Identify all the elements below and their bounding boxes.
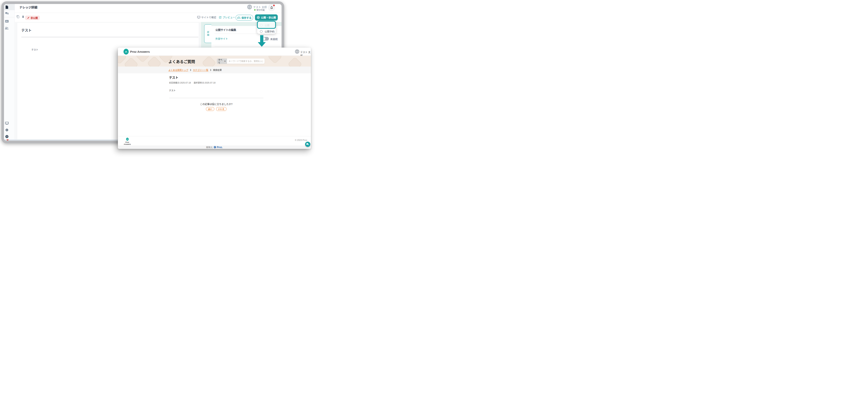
copyright: © 2023 Proz.	[295, 139, 308, 141]
external-site-status: 未接続	[270, 37, 278, 41]
footer-brand[interactable]: Proz Answers	[122, 138, 133, 145]
sidebar-item-users[interactable]	[5, 26, 9, 30]
tab-detail-label: 詳細	[207, 31, 210, 37]
status-dot	[254, 9, 255, 10]
copy-icon	[17, 15, 20, 19]
document-icon	[5, 5, 8, 9]
developer-label: 開発元:	[206, 146, 213, 149]
preview-avatar[interactable]: テテ	[295, 50, 299, 54]
status-badge-label: 非公開	[31, 16, 38, 20]
preview-label: プレビュー	[223, 15, 235, 19]
status-label: 受付可能	[256, 8, 265, 11]
chat-widget-button[interactable]	[305, 142, 310, 147]
breadcrumb-category-list[interactable]: カテゴリー一覧	[193, 68, 209, 71]
feedback-yes-button[interactable]: はい	[206, 107, 214, 111]
keyboard-key-decoration	[124, 57, 138, 67]
gear-icon	[5, 128, 8, 132]
article-title: テスト	[169, 75, 179, 79]
feedback-buttons: はい いいえ	[169, 107, 264, 111]
search-filter-value: すべて	[218, 59, 224, 64]
pencil-icon	[27, 17, 30, 19]
developer-band: 開発元: P Proz.	[118, 146, 311, 149]
publish-option-scheduled[interactable]: 公開予約	[260, 30, 275, 33]
breadcrumb: よくある質問トップ ❯ カテゴリー一覧 ❯ 検索結果	[118, 67, 311, 73]
side-panel-heading: 公開サイトの編集	[215, 28, 236, 32]
status-badge: 非公開	[25, 15, 40, 20]
search-filter-select[interactable]: すべて ▼	[217, 59, 227, 64]
user-status: 受付可能	[254, 8, 265, 11]
hero-title: よくあるご質問	[168, 59, 195, 64]
external-link-icon	[219, 16, 222, 19]
chat-icon	[5, 12, 8, 15]
cloud-upload-icon	[237, 17, 240, 19]
publish-menu: 公開 公開予約	[257, 21, 276, 34]
feedback-question: この記事は役に立ちましたか?	[169, 102, 264, 106]
footer-brand-label: Proz Answers	[122, 141, 133, 145]
search-bar: すべて ▼	[217, 59, 265, 64]
bell-icon	[270, 6, 273, 9]
save-button[interactable]: 保存する	[236, 15, 253, 21]
preview-brand[interactable]: Proz Answers	[130, 50, 150, 53]
header-divider	[15, 12, 282, 13]
article-meta: 初回掲載日:2025-07-18 最終更新日:2025-07-18	[169, 81, 215, 84]
trash-icon	[22, 15, 25, 19]
help-icon: ?	[5, 135, 8, 138]
avatar[interactable]: テ太	[247, 5, 252, 9]
bar-chart-icon	[5, 20, 8, 23]
check-on-site-button[interactable]: サイトで確認	[197, 15, 216, 19]
sidebar-item-analytics[interactable]	[5, 19, 9, 23]
caret-logo-icon	[124, 50, 128, 53]
hero-banner: よくあるご質問 すべて ▼	[118, 56, 311, 67]
publish-option-scheduled-label: 公開予約	[265, 30, 275, 33]
check-on-site-label: サイトで確認	[201, 15, 216, 19]
monitor-icon	[197, 16, 200, 19]
sidebar-item-chat[interactable]	[5, 11, 9, 15]
keyboard-key-decoration	[202, 56, 216, 67]
radio-icon[interactable]	[260, 30, 262, 33]
breadcrumb-faq-top[interactable]: よくある質問トップ	[168, 68, 188, 71]
copy-button[interactable]	[17, 15, 20, 19]
radio-icon[interactable]	[260, 24, 262, 27]
editor-body[interactable]: テスト	[31, 48, 38, 51]
caret-logo-icon	[126, 138, 129, 141]
sidebar-item-help[interactable]: ?	[5, 134, 9, 138]
preview-button[interactable]: プレビュー	[219, 15, 235, 19]
sidebar-item-settings[interactable]	[5, 128, 9, 132]
monitor-icon	[5, 122, 8, 125]
external-site-link[interactable]: 外部サイト	[215, 37, 228, 40]
annotation-arrow-head	[258, 42, 266, 47]
last-updated-date: 最終更新日:2025-07-18	[194, 81, 215, 84]
breadcrumb-separator-icon: ❯	[210, 69, 212, 71]
publish-option-public-label: 公開	[265, 23, 270, 27]
site-preview-window: Proz Answers テテ テスト 太郎 よくあるご質問 すべて ▼ よくあ…	[118, 47, 311, 149]
annotation-arrow	[260, 35, 264, 42]
sidebar-item-knowledge[interactable]	[5, 5, 9, 9]
chat-bubble-icon	[306, 143, 309, 146]
svg-text:?: ?	[6, 135, 7, 138]
page-title: ナレッジ詳細	[20, 5, 37, 9]
keyboard-key-decoration	[147, 56, 162, 67]
notification-badge	[273, 5, 275, 6]
publish-option-public[interactable]: 公開	[260, 23, 270, 27]
globe-icon	[257, 16, 260, 19]
proz-answers-logo[interactable]	[123, 49, 129, 55]
article-body: テスト	[169, 89, 176, 92]
sidebar: ?	[4, 4, 15, 141]
keyboard-key-decoration	[135, 56, 150, 63]
publish-toggle-button[interactable]: 公開・非公開	[255, 14, 278, 21]
search-input[interactable]	[227, 59, 265, 64]
proz-logo-icon: P	[214, 146, 216, 148]
chevron-down-icon: ▼	[224, 60, 226, 62]
sidebar-divider	[4, 17, 15, 18]
footer-divider	[118, 136, 311, 136]
breadcrumb-current: 検索結果	[213, 68, 222, 71]
feedback-no-button[interactable]: いいえ	[216, 107, 226, 111]
sidebar-item-site[interactable]	[5, 121, 9, 125]
developer-name[interactable]: Proz.	[217, 146, 223, 149]
delete-button[interactable]	[22, 15, 25, 19]
keyboard-key-decoration	[268, 56, 282, 64]
editor-title[interactable]: テスト	[21, 28, 32, 33]
save-label: 保存する	[241, 16, 251, 20]
breadcrumb-separator-icon: ❯	[190, 69, 191, 71]
tab-detail[interactable]: 詳細	[204, 24, 211, 43]
